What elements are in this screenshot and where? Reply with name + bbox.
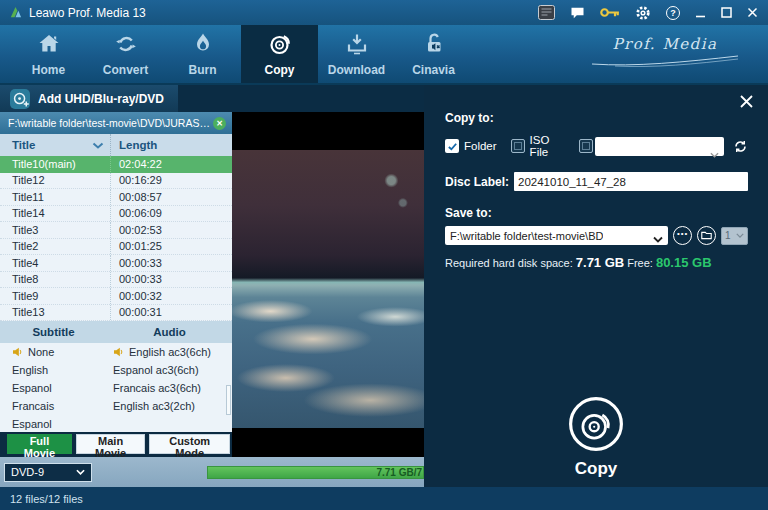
app-title: Leawo Prof. Media 13 [29,6,146,20]
save-path-select[interactable]: F:\writable folder\test-movie\BD [445,226,668,245]
free-space-label: Free: [627,257,653,269]
hardware-acceleration-icon[interactable] [538,5,555,20]
tracks-scrollbar[interactable] [226,385,231,415]
disc-size-bar: DVD-9 7.71 GB/7 [0,457,424,487]
table-row[interactable]: Title900:00:32 [0,288,232,305]
subtitle-list: None English Espanol Francais Espanol Fr… [0,343,107,432]
table-row[interactable]: Title800:00:33 [0,272,232,289]
add-source-button[interactable]: Add UHD/Blu-ray/DVD [0,85,178,112]
leawo-logo-icon [8,5,23,20]
tab-download[interactable]: Download [318,25,395,83]
speaker-icon [113,347,125,357]
main-navigation: Home Convert Burn Copy Download [0,25,768,85]
video-preview [232,112,424,457]
refresh-drives-icon[interactable] [733,139,748,154]
table-row[interactable]: Title1300:00:31 [0,305,232,322]
prof-media-brand: Prof. Media [590,35,740,71]
audio-item[interactable]: Espanol ac3(6ch) [113,361,232,379]
required-space-label: Required hard disk space: [445,257,573,269]
burn-flame-icon [190,32,216,60]
subtitle-item[interactable]: English [12,361,107,379]
close-button[interactable] [747,7,758,18]
help-icon[interactable]: ? [666,6,680,20]
iso-file-checkbox-label: ISO File [530,134,566,158]
table-row[interactable]: Title200:01:25 [0,239,232,256]
column-header-length[interactable]: Length [110,134,232,156]
copy-target-row: Folder ISO File [445,134,748,158]
chevron-down-icon [653,233,663,245]
full-movie-button[interactable]: Full Movie [7,434,72,454]
browse-ellipsis-button[interactable]: ••• [673,226,692,245]
main-movie-button[interactable]: Main Movie [76,434,145,454]
sort-chevron-down-icon [92,142,104,149]
table-row[interactable]: Title1100:08:57 [0,189,232,206]
chevron-down-icon [76,469,85,475]
toolbar-strip: Add UHD/Blu-ray/DVD [0,85,424,112]
minimize-button[interactable] [695,7,706,18]
audio-list: English ac3(6ch) Espanol ac3(6ch) Franca… [107,343,232,432]
audio-item[interactable]: English ac3(6ch) [113,343,232,361]
column-header-audio[interactable]: Audio [107,326,232,338]
table-row[interactable]: Title400:00:33 [0,255,232,272]
target-drive-select[interactable] [595,137,724,156]
table-row[interactable]: Title10(main)02:04:22 [0,156,232,173]
subtitle-item[interactable]: Espanol [12,415,107,432]
column-header-subtitle[interactable]: Subtitle [0,326,107,338]
burn-to-disc-checkbox[interactable] [579,139,593,153]
feedback-icon[interactable] [570,6,585,20]
tracks-panel: None English Espanol Francais Espanol Fr… [0,343,232,432]
table-row[interactable]: Title300:02:53 [0,222,232,239]
folder-checkbox[interactable] [445,139,459,153]
disc-label-input[interactable] [514,172,748,191]
tab-cinavia[interactable]: Cinavia [395,25,472,83]
speaker-icon [12,347,24,357]
disk-space-info: Required hard disk space: 7.71 GB Free: … [445,255,748,270]
tracks-table-header: Subtitle Audio [0,321,232,343]
register-key-icon[interactable] [600,7,620,18]
settings-gear-icon[interactable] [635,5,651,21]
table-row[interactable]: Title1200:16:29 [0,173,232,190]
table-row[interactable]: Title1400:06:09 [0,206,232,223]
left-column: Add UHD/Blu-ray/DVD F:\writable folder\t… [0,85,424,487]
convert-icon [113,32,139,60]
panel-close-icon[interactable] [739,94,754,113]
save-to-label: Save to: [445,206,748,220]
copy-disc-icon [267,32,293,60]
titlebar: Leawo Prof. Media 13 ? [0,0,768,25]
tab-burn[interactable]: Burn [164,25,241,83]
tab-convert[interactable]: Convert [87,25,164,83]
disc-label-row: Disc Label: [445,172,748,191]
title-table-header: Title Length [0,134,232,156]
home-icon [36,32,62,60]
copy-mode-buttons: Full Movie Main Movie Custom Mode [0,432,232,457]
copy-count-select[interactable]: 1 [721,227,748,245]
open-folder-button[interactable] [697,226,716,245]
copy-to-label: Copy to: [445,111,748,125]
disc-type-select[interactable]: DVD-9 [4,463,92,482]
folder-checkbox-label: Folder [464,140,497,152]
custom-mode-button[interactable]: Custom Mode [149,434,230,454]
disc-content-panel: F:\writable folder\test-movie\DVD\JURASS… [0,112,232,457]
audio-item[interactable]: English ac3(2ch) [113,397,232,415]
main-area: Add UHD/Blu-ray/DVD F:\writable folder\t… [0,85,768,487]
subtitle-item[interactable]: Francais [12,397,107,415]
tab-copy[interactable]: Copy [241,25,318,83]
subtitle-item[interactable]: Espanol [12,379,107,397]
title-list: Title10(main)02:04:22 Title1200:16:29 Ti… [0,156,232,321]
source-path-bar: F:\writable folder\test-movie\DVD\JURASS… [0,112,232,134]
iso-file-checkbox[interactable] [511,139,525,153]
download-icon [344,32,370,60]
column-header-title[interactable]: Title [0,139,110,151]
subtitle-item[interactable]: None [12,343,107,361]
audio-item[interactable]: Francais ac3(6ch) [113,379,232,397]
tab-home[interactable]: Home [10,25,87,83]
video-frame [232,150,424,428]
cinavia-unlock-icon [421,32,447,60]
maximize-button[interactable] [721,7,732,18]
capacity-progress-bar: 7.71 GB/7 [207,466,424,479]
copy-button[interactable]: Copy [424,395,768,479]
files-count: 12 files/12 files [10,493,83,505]
copy-disc-icon [567,395,625,453]
remove-source-icon[interactable]: ✕ [213,117,226,130]
add-disc-icon [10,89,30,109]
